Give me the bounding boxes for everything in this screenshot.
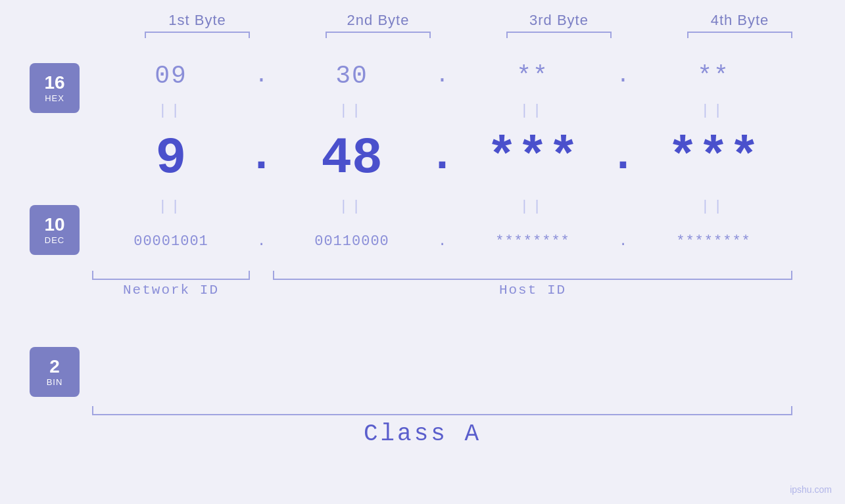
hex-sep1: . bbox=[250, 63, 273, 88]
id-gap-1 bbox=[250, 283, 273, 298]
dot-2: . bbox=[435, 63, 448, 88]
hex-b4-value: ** bbox=[697, 62, 730, 90]
bracket-1 bbox=[107, 32, 288, 38]
host-id-label: Host ID bbox=[499, 283, 566, 298]
hex-b2-value: 30 bbox=[335, 62, 368, 90]
dec-dot-1: . bbox=[248, 131, 275, 181]
bracket-line-3 bbox=[506, 32, 612, 38]
bin-b3-value: ******** bbox=[495, 233, 570, 250]
bin-dot-1: . bbox=[257, 233, 266, 250]
data-rows: 09 . 30 . ** . ** bbox=[92, 43, 845, 298]
bracket-line-2 bbox=[326, 32, 431, 38]
main-container: 1st Byte 2nd Byte 3rd Byte 4th Byte 16 H… bbox=[0, 0, 845, 504]
dec-badge-label: DEC bbox=[45, 235, 64, 245]
bin-b2-cell: 00110000 bbox=[273, 233, 431, 250]
byte3-header: 3rd Byte bbox=[469, 12, 650, 29]
network-id-label-cell: Network ID bbox=[92, 283, 250, 298]
bracket-2 bbox=[288, 32, 469, 38]
hex-badge: 16 HEX bbox=[30, 63, 80, 113]
dec-b4-value: *** bbox=[667, 129, 760, 187]
dec-data-row: 9 . 48 . *** . *** bbox=[92, 122, 845, 195]
dec-sep2: . bbox=[431, 131, 454, 187]
eq1-b4-sign: || bbox=[701, 103, 726, 119]
eq1-b1-sign: || bbox=[158, 103, 183, 119]
bin-badge-num: 2 bbox=[49, 357, 60, 377]
network-id-label: Network ID bbox=[123, 283, 219, 298]
dec-sep1: . bbox=[250, 131, 273, 187]
dec-b4-cell: *** bbox=[635, 129, 792, 187]
bracket-gap-1 bbox=[250, 271, 273, 280]
eq2-b4: || bbox=[635, 198, 792, 215]
bin-b2-value: 00110000 bbox=[314, 233, 389, 250]
host-bracket bbox=[273, 271, 792, 280]
top-brackets bbox=[0, 32, 845, 38]
byte2-header: 2nd Byte bbox=[288, 12, 469, 29]
equals-row-1: || || || || bbox=[92, 99, 845, 122]
byte1-header: 1st Byte bbox=[107, 12, 288, 29]
bin-b1-value: 00001001 bbox=[133, 233, 208, 250]
bin-dot-2: . bbox=[438, 233, 447, 250]
dec-dot-2: . bbox=[429, 131, 456, 181]
dot-1: . bbox=[254, 63, 268, 88]
byte4-header: 4th Byte bbox=[650, 12, 831, 29]
eq1-b2-sign: || bbox=[339, 103, 364, 119]
hex-badge-num: 16 bbox=[44, 73, 64, 93]
bin-sep3: . bbox=[612, 233, 635, 250]
hex-b3-cell: ** bbox=[454, 62, 612, 90]
bin-badge-label: BIN bbox=[47, 377, 63, 387]
eq2-b1: || bbox=[92, 198, 250, 215]
eq1-b1: || bbox=[92, 103, 250, 119]
hex-b3-value: ** bbox=[516, 62, 549, 90]
dec-b1-value: 9 bbox=[156, 129, 187, 187]
hex-b4-cell: ** bbox=[635, 62, 792, 90]
eq1-b2: || bbox=[273, 103, 431, 119]
hex-badge-label: HEX bbox=[45, 93, 64, 103]
dec-b3-cell: *** bbox=[454, 129, 612, 187]
host-id-label-cell: Host ID bbox=[273, 283, 792, 298]
eq2-b3: || bbox=[454, 198, 612, 215]
big-bottom-bracket bbox=[92, 406, 792, 415]
hex-sep3: . bbox=[612, 63, 635, 88]
bin-data-row: 00001001 . 00110000 . ******** . bbox=[92, 218, 845, 264]
badges-column: 16 HEX 10 DEC 2 BIN bbox=[30, 43, 92, 397]
dec-b1-cell: 9 bbox=[92, 129, 250, 187]
id-labels-row: Network ID Host ID bbox=[92, 283, 845, 298]
dec-b2-cell: 48 bbox=[273, 129, 431, 187]
dec-dot-3: . bbox=[610, 131, 637, 181]
eq2-b2: || bbox=[273, 198, 431, 215]
eq2-b3-sign: || bbox=[520, 198, 545, 215]
dec-sep3: . bbox=[612, 131, 635, 187]
dec-badge-num: 10 bbox=[44, 215, 64, 235]
eq1-b3-sign: || bbox=[520, 103, 545, 119]
eq2-b4-sign: || bbox=[701, 198, 726, 215]
dec-badge: 10 DEC bbox=[30, 205, 80, 255]
bin-dot-3: . bbox=[619, 233, 627, 250]
bin-sep1: . bbox=[250, 233, 273, 250]
watermark: ipshu.com bbox=[790, 484, 832, 495]
bracket-line-4 bbox=[687, 32, 792, 38]
bin-b1-cell: 00001001 bbox=[92, 233, 250, 250]
big-bracket-container bbox=[92, 406, 792, 415]
eq2-b2-sign: || bbox=[339, 198, 364, 215]
byte-headers-row: 1st Byte 2nd Byte 3rd Byte 4th Byte bbox=[0, 12, 845, 29]
equals-row-2: || || || || bbox=[92, 195, 845, 218]
hex-b1-cell: 09 bbox=[92, 62, 250, 90]
bin-badge: 2 BIN bbox=[30, 347, 80, 397]
class-label-row: Class A bbox=[0, 421, 845, 447]
dot-3: . bbox=[616, 63, 629, 88]
eq1-b3: || bbox=[454, 103, 612, 119]
hex-b1-value: 09 bbox=[155, 62, 187, 90]
network-bracket bbox=[92, 271, 250, 280]
bottom-brackets-row bbox=[92, 271, 845, 280]
eq2-b1-sign: || bbox=[158, 198, 183, 215]
dec-b2-value: 48 bbox=[321, 129, 383, 187]
bracket-3 bbox=[469, 32, 650, 38]
bin-b3-cell: ******** bbox=[454, 233, 612, 250]
bracket-4 bbox=[650, 32, 831, 38]
bin-b4-cell: ******** bbox=[635, 233, 792, 250]
hex-data-row: 09 . 30 . ** . ** bbox=[92, 53, 845, 99]
hex-b2-cell: 30 bbox=[273, 62, 431, 90]
bracket-line-1 bbox=[145, 32, 250, 38]
eq1-b4: || bbox=[635, 103, 792, 119]
class-label: Class A bbox=[364, 421, 481, 447]
